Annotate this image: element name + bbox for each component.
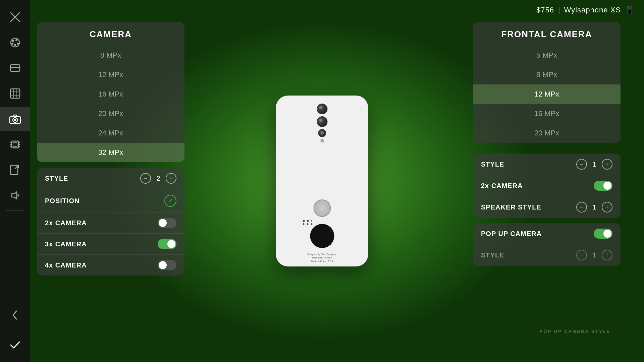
camera-option-32mpx[interactable]: 32 MPx	[37, 143, 184, 162]
camera2x-toggle[interactable]	[158, 218, 176, 228]
phone-icon: 📱	[625, 6, 634, 14]
camera-option-8mpx[interactable]: 8 MPx	[37, 46, 184, 65]
svg-point-7	[11, 43, 13, 45]
popup-style-label: STYLE	[481, 251, 504, 259]
camera3x-row: 3x CAMERA	[37, 234, 184, 255]
style-value: 2	[155, 175, 162, 182]
frontal-camera2x-knob	[603, 182, 611, 190]
toolbar-chip[interactable]	[0, 132, 30, 157]
frontal-option-16mpx[interactable]: 16 MPx	[473, 104, 621, 123]
style-increment[interactable]: +	[166, 173, 176, 184]
toolbar-divider2	[6, 330, 24, 330]
svg-point-4	[15, 39, 17, 41]
model-label: Wylsaphone XS	[564, 6, 621, 14]
toolbar-back-nav[interactable]	[0, 303, 30, 327]
camera-option-12mpx[interactable]: 12 MPx	[37, 65, 184, 84]
frontal-style-stepper: − 1 +	[576, 159, 612, 170]
popup-style-value: 1	[591, 251, 598, 259]
lens-3	[318, 129, 326, 137]
camera4x-row: 4x CAMERA	[37, 255, 184, 276]
camera-panel-title: CAMERA	[37, 22, 184, 46]
frontal-camera2x-toggle[interactable]	[594, 181, 612, 191]
logo-area	[310, 224, 334, 248]
dot	[311, 220, 312, 222]
dot	[307, 220, 309, 222]
popup-camera-card: POP UP CAMERA STYLE − 1 +	[473, 223, 621, 266]
popup-style-stepper: − 1 +	[576, 250, 612, 260]
speaker-value: 1	[591, 203, 598, 211]
camera-options-card: STYLE − 2 + POSITION ✓ 2x CAMERA 3x CAME…	[37, 168, 184, 276]
frontal-camera2x-label: 2x CAMERA	[481, 182, 523, 190]
frontal-style-label: STYLE	[481, 161, 504, 168]
dot	[303, 220, 305, 222]
style-decrement[interactable]: −	[140, 173, 151, 184]
frontal-options-card: STYLE − 1 + 2x CAMERA SPEAKER STYLE − 1 …	[473, 154, 621, 218]
toolbar-confirm[interactable]	[0, 333, 30, 357]
frontal-style-increment[interactable]: +	[602, 159, 612, 170]
toolbar-export[interactable]	[0, 158, 30, 182]
dot	[311, 223, 312, 225]
camera-option-24mpx[interactable]: 24 MPx	[37, 123, 184, 143]
toolbar	[0, 0, 30, 362]
popup-camera-row: POP UP CAMERA	[473, 223, 621, 244]
frontal-camera2x-row: 2x CAMERA	[473, 175, 621, 196]
toolbar-camera[interactable]	[0, 107, 30, 131]
frontal-style-row: STYLE − 1 +	[473, 154, 621, 175]
popup-style-decrement[interactable]: −	[576, 250, 587, 260]
style-row: STYLE − 2 +	[37, 168, 184, 189]
popup-camera-toggle[interactable]	[594, 229, 612, 239]
popup-style-increment[interactable]: +	[602, 250, 612, 260]
popup-camera-knob	[603, 230, 611, 238]
popup-style-text: POP UP CAMERA STYLE	[540, 328, 610, 335]
frontal-option-5mpx[interactable]: 5 MPx	[473, 46, 621, 65]
popup-style-row: STYLE − 1 +	[473, 244, 621, 266]
lens-2	[317, 116, 327, 127]
svg-point-17	[14, 119, 16, 121]
logo-wrapper	[310, 224, 334, 248]
dot	[303, 223, 304, 225]
svg-rect-10	[10, 89, 20, 98]
flash	[320, 139, 324, 142]
phone-mockup: ✛ Designed by Your Comp	[276, 96, 368, 266]
svg-rect-8	[10, 65, 20, 71]
right-panel: FRONTAL CAMERA 5 MPx 8 MPx 12 MPx 16 MPx…	[473, 22, 621, 266]
header: $756 | Wylsaphone XS 📱	[30, 0, 644, 20]
svg-point-5	[17, 43, 19, 45]
camera2x-knob	[159, 219, 167, 227]
speaker-decrement[interactable]: −	[576, 202, 587, 213]
frontal-option-8mpx[interactable]: 8 MPx	[473, 65, 621, 84]
frontal-option-20mpx[interactable]: 20 MPx	[473, 123, 621, 143]
frontal-style-decrement[interactable]: −	[576, 159, 587, 170]
dots-grid	[303, 220, 313, 225]
left-panel: CAMERA 8 MPx 12 MPx 16 MPx 20 MPx 24 MPx…	[37, 22, 184, 276]
toolbar-sound[interactable]	[0, 183, 30, 207]
toolbar-pencil-cross[interactable]	[0, 5, 30, 29]
price-label: $756	[536, 6, 554, 14]
camera2x-label: 2x CAMERA	[45, 219, 87, 227]
camera4x-label: 4x CAMERA	[45, 261, 87, 269]
toolbar-palette[interactable]	[0, 31, 30, 55]
camera3x-toggle[interactable]	[158, 239, 176, 249]
frontal-option-12mpx[interactable]: 12 MPx	[473, 84, 621, 104]
speaker-style-row: SPEAKER STYLE − 1 +	[473, 196, 621, 218]
dot	[307, 223, 308, 225]
fingerprint	[313, 199, 331, 217]
position-check[interactable]: ✓	[164, 195, 176, 207]
style-label: STYLE	[45, 175, 68, 182]
frontal-camera-title: FRONTAL CAMERA	[473, 22, 621, 46]
popup-style-label-area: POP UP CAMERA STYLE	[540, 328, 610, 335]
camera-option-16mpx[interactable]: 16 MPx	[37, 84, 184, 104]
svg-point-3	[12, 40, 14, 42]
svg-rect-18	[12, 141, 18, 148]
phone-logo-circle	[310, 224, 334, 248]
phone-container: ✛ Designed by Your Comp	[276, 96, 368, 266]
toolbar-card[interactable]	[0, 56, 30, 80]
camera4x-toggle[interactable]	[158, 260, 176, 270]
toolbar-texture[interactable]	[0, 81, 30, 106]
popup-camera-label: POP UP CAMERA	[481, 230, 542, 238]
camera-option-20mpx[interactable]: 20 MPx	[37, 104, 184, 123]
speaker-increment[interactable]: +	[602, 202, 612, 213]
toolbar-divider	[6, 210, 24, 210]
camera3x-knob	[167, 240, 175, 248]
camera-module	[317, 104, 327, 142]
